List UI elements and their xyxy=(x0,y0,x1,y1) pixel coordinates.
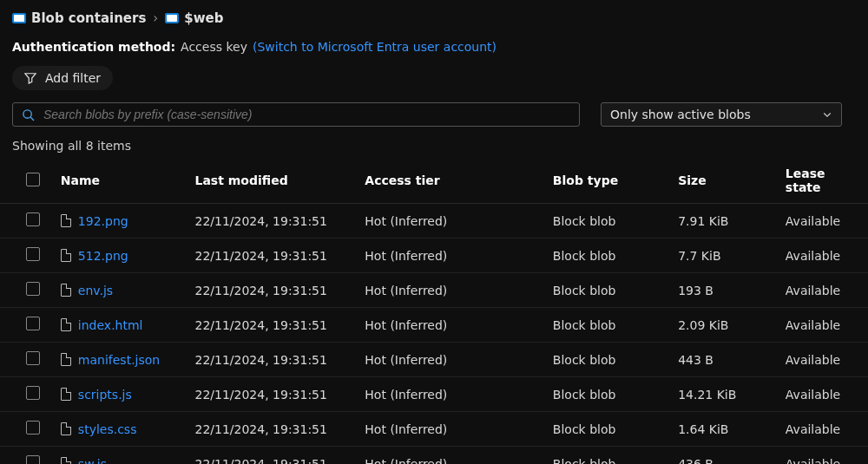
row-checkbox[interactable] xyxy=(26,386,40,400)
cell-size: 2.09 KiB xyxy=(671,308,779,343)
cell-type: Block blob xyxy=(546,377,671,412)
table-row[interactable]: 512.png22/11/2024, 19:31:51Hot (Inferred… xyxy=(0,239,868,273)
cell-tier: Hot (Inferred) xyxy=(358,204,545,239)
cell-size: 443 B xyxy=(671,343,779,377)
col-header-tier[interactable]: Access tier xyxy=(358,158,545,204)
svg-point-0 xyxy=(23,109,31,117)
search-icon xyxy=(22,108,35,121)
breadcrumb-current[interactable]: $web xyxy=(165,10,223,26)
breadcrumb-separator: › xyxy=(153,10,158,26)
cell-tier: Hot (Inferred) xyxy=(358,273,545,308)
switch-auth-link[interactable]: (Switch to Microsoft Entra user account) xyxy=(253,40,496,54)
blob-name-link[interactable]: 192.png xyxy=(78,214,128,228)
cell-size: 7.91 KiB xyxy=(671,204,779,239)
cell-modified: 22/11/2024, 19:31:51 xyxy=(187,308,358,343)
auth-label: Authentication method: xyxy=(12,40,175,54)
blob-name-link[interactable]: sw.js xyxy=(78,457,107,465)
blob-name-link[interactable]: 512.png xyxy=(78,249,128,263)
col-header-type[interactable]: Blob type xyxy=(546,158,671,204)
auth-value: Access key xyxy=(181,40,247,54)
breadcrumb-parent[interactable]: Blob containers xyxy=(12,10,146,26)
row-checkbox[interactable] xyxy=(26,455,40,464)
file-icon xyxy=(61,284,71,297)
cell-type: Block blob xyxy=(546,343,671,377)
file-icon xyxy=(61,318,71,331)
item-count: Showing all 8 items xyxy=(0,132,868,158)
file-icon xyxy=(61,214,71,227)
row-checkbox[interactable] xyxy=(26,317,40,330)
cell-lease: Available xyxy=(779,377,868,412)
cell-modified: 22/11/2024, 19:31:51 xyxy=(187,447,358,465)
table-row[interactable]: index.html22/11/2024, 19:31:51Hot (Infer… xyxy=(0,308,868,343)
cell-type: Block blob xyxy=(546,273,671,308)
blob-name-link[interactable]: env.js xyxy=(78,284,113,297)
cell-size: 1.64 KiB xyxy=(671,412,779,447)
cell-lease: Available xyxy=(779,412,868,447)
col-check xyxy=(0,158,54,204)
col-header-modified[interactable]: Last modified xyxy=(187,158,358,204)
cell-size: 14.21 KiB xyxy=(671,377,779,412)
cell-modified: 22/11/2024, 19:31:51 xyxy=(187,273,358,308)
cell-tier: Hot (Inferred) xyxy=(358,239,545,273)
blob-view-filter-dropdown[interactable]: Only show active blobs xyxy=(601,102,842,127)
blob-view-filter-value: Only show active blobs xyxy=(610,108,751,121)
svg-line-1 xyxy=(30,117,34,121)
cell-size: 7.7 KiB xyxy=(671,239,779,273)
select-all-checkbox[interactable] xyxy=(26,173,40,186)
cell-type: Block blob xyxy=(546,447,671,465)
col-header-lease[interactable]: Lease state xyxy=(779,158,868,204)
file-icon xyxy=(61,249,71,262)
file-icon xyxy=(61,457,71,465)
col-header-size[interactable]: Size xyxy=(671,158,779,204)
cell-tier: Hot (Inferred) xyxy=(358,308,545,343)
cell-type: Block blob xyxy=(546,204,671,239)
cell-lease: Available xyxy=(779,204,868,239)
row-checkbox[interactable] xyxy=(26,282,40,296)
blob-table: Name Last modified Access tier Blob type… xyxy=(0,158,868,464)
cell-tier: Hot (Inferred) xyxy=(358,447,545,465)
row-checkbox[interactable] xyxy=(26,421,40,435)
search-input[interactable] xyxy=(43,108,570,121)
cell-lease: Available xyxy=(779,308,868,343)
cell-type: Block blob xyxy=(546,412,671,447)
cell-modified: 22/11/2024, 19:31:51 xyxy=(187,343,358,377)
blob-name-link[interactable]: index.html xyxy=(78,318,143,332)
breadcrumb-current-label: $web xyxy=(184,10,223,26)
row-checkbox[interactable] xyxy=(26,247,40,261)
table-row[interactable]: scripts.js22/11/2024, 19:31:51Hot (Infer… xyxy=(0,377,868,412)
cell-tier: Hot (Inferred) xyxy=(358,377,545,412)
table-row[interactable]: styles.css22/11/2024, 19:31:51Hot (Infer… xyxy=(0,412,868,447)
container-icon xyxy=(12,13,26,23)
cell-modified: 22/11/2024, 19:31:51 xyxy=(187,239,358,273)
add-filter-button[interactable]: Add filter xyxy=(12,66,113,90)
table-row[interactable]: env.js22/11/2024, 19:31:51Hot (Inferred)… xyxy=(0,273,868,308)
table-row[interactable]: sw.js22/11/2024, 19:31:51Hot (Inferred)B… xyxy=(0,447,868,465)
blob-name-link[interactable]: manifest.json xyxy=(78,353,160,367)
cell-lease: Available xyxy=(779,447,868,465)
blob-name-link[interactable]: styles.css xyxy=(78,422,137,436)
cell-lease: Available xyxy=(779,273,868,308)
cell-modified: 22/11/2024, 19:31:51 xyxy=(187,204,358,239)
filter-icon xyxy=(24,72,36,84)
cell-modified: 22/11/2024, 19:31:51 xyxy=(187,377,358,412)
add-filter-label: Add filter xyxy=(45,71,101,85)
cell-lease: Available xyxy=(779,343,868,377)
cell-lease: Available xyxy=(779,239,868,273)
chevron-down-icon xyxy=(822,109,832,120)
breadcrumb: Blob containers › $web xyxy=(0,0,868,26)
row-checkbox[interactable] xyxy=(26,212,40,226)
col-header-name[interactable]: Name xyxy=(54,158,188,204)
breadcrumb-parent-label: Blob containers xyxy=(31,10,146,26)
blob-name-link[interactable]: scripts.js xyxy=(78,388,132,402)
cell-size: 436 B xyxy=(671,447,779,465)
row-checkbox[interactable] xyxy=(26,351,40,365)
table-row[interactable]: manifest.json22/11/2024, 19:31:51Hot (In… xyxy=(0,343,868,377)
cell-size: 193 B xyxy=(671,273,779,308)
search-input-container[interactable] xyxy=(12,102,580,127)
cell-type: Block blob xyxy=(546,239,671,273)
container-icon xyxy=(165,13,179,23)
file-icon xyxy=(61,422,71,435)
table-row[interactable]: 192.png22/11/2024, 19:31:51Hot (Inferred… xyxy=(0,204,868,239)
cell-modified: 22/11/2024, 19:31:51 xyxy=(187,412,358,447)
cell-tier: Hot (Inferred) xyxy=(358,412,545,447)
